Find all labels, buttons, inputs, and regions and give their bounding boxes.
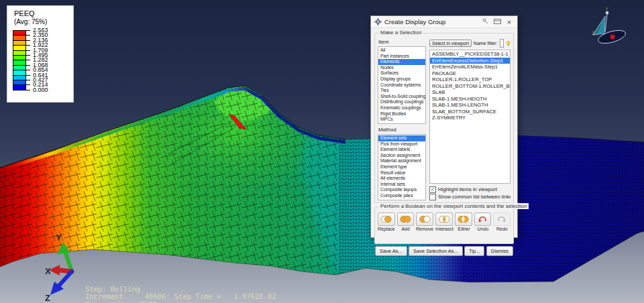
compass-free-rotate-handle[interactable]	[606, 11, 608, 14]
boolean-group-label: Perform a Boolean on the viewport conten…	[378, 203, 529, 209]
method-list-entry[interactable]: Section assignment	[378, 153, 425, 159]
y-axis-arrowhead	[57, 242, 70, 254]
method-list-entry[interactable]: Composite layups	[378, 187, 425, 193]
intersect-label: Intersect	[435, 227, 453, 231]
method-list-entry[interactable]: Pick from viewport	[378, 141, 425, 147]
method-list-entry[interactable]: Element type	[378, 164, 425, 170]
sets-listbox[interactable]: ASSEMBLY__PICKEDSET38-1-1ErrElemExcessDi…	[429, 50, 511, 184]
item-list-entry[interactable]: Elements	[378, 59, 425, 65]
intersect-button[interactable]	[435, 213, 453, 226]
set-list-entry[interactable]: ROLLER-1.ROLLER_TOP	[430, 76, 510, 83]
method-list-entry[interactable]: Composite plies	[378, 193, 425, 199]
legend-tick-mark	[13, 30, 30, 31]
close-icon[interactable]: ×	[504, 18, 514, 26]
tip-button[interactable]: Tip...	[464, 246, 484, 256]
legend-color-band	[13, 70, 26, 74]
legend-color-band	[13, 35, 26, 40]
undo-button[interactable]	[474, 213, 492, 226]
method-list-entry[interactable]: Internal sets	[378, 182, 425, 188]
compass-origin-dot	[610, 34, 614, 39]
method-list-entry[interactable]: Result value	[378, 170, 425, 176]
highlight-items-checkbox[interactable]: ✓	[429, 186, 436, 193]
set-list-entry[interactable]: ROLLER_BOTTOM-1.ROLLER_BOTTOM	[430, 83, 510, 90]
set-list-entry[interactable]: ASSEMBLY__PICKEDSET38-1-1	[430, 51, 510, 58]
legend-tick-mark	[13, 90, 30, 90]
method-list-entry[interactable]: Element labels	[378, 147, 425, 153]
y-axis-arrow	[65, 251, 72, 271]
item-list-entry[interactable]: Display groups	[378, 76, 425, 82]
legend-color-band	[13, 75, 26, 80]
legend-tick-mark	[13, 84, 30, 85]
x-axis-label: X	[45, 266, 51, 276]
legend-tick-mark	[13, 45, 30, 46]
add-label: Add	[397, 227, 414, 231]
remove-button[interactable]	[416, 213, 433, 226]
view-compass[interactable]: Y Z	[585, 4, 633, 46]
item-list-entry[interactable]: Surfaces	[378, 70, 425, 76]
method-list-entry[interactable]: All elements	[378, 176, 425, 182]
name-filter-input[interactable]	[500, 39, 504, 48]
save-as-button[interactable]: Save As...	[375, 246, 407, 256]
legend-tick-mark	[13, 35, 30, 36]
dialog-footer: Save As... Save Selection As... Tip... D…	[374, 244, 514, 256]
item-list-entry[interactable]: Part instances	[378, 54, 425, 60]
legend-scale: 2.5632.3502.1361.9221.7091.4951.2821.068…	[7, 30, 73, 95]
display-group-icon	[374, 18, 382, 25]
select-in-viewport-button[interactable]: Select in viewport	[429, 40, 472, 47]
set-list-entry[interactable]: SLAB_BOTTOM_SURFACE	[430, 109, 510, 115]
set-list-entry[interactable]: PACKAGE	[430, 70, 510, 77]
legend-color-band	[13, 45, 26, 50]
item-list-entry[interactable]: All	[378, 48, 425, 54]
set-list-entry[interactable]: SLAB-1.MESH-LENGTH	[430, 102, 510, 109]
legend-tick-mark	[13, 55, 30, 56]
replace-label: Replace	[378, 227, 395, 231]
item-list-entry[interactable]: MPCs	[378, 117, 425, 123]
item-list-entry[interactable]: Ties	[378, 88, 425, 94]
item-list-entry[interactable]: Shell-to-Solid couplings	[378, 94, 425, 100]
y-axis-label: Y	[56, 233, 62, 243]
item-list-entry[interactable]: Coordinate systems	[378, 82, 425, 88]
item-listbox[interactable]: AllPart instancesElementsNodesSurfacesDi…	[378, 46, 426, 124]
legend-tick-mark	[13, 70, 30, 70]
filter-tip-bulb-icon[interactable]	[506, 40, 511, 48]
item-label: Item	[378, 39, 426, 45]
pin-icon[interactable]	[480, 18, 490, 25]
replace-button[interactable]	[378, 213, 395, 226]
set-list-entry[interactable]: Z-SYMMETRY	[430, 115, 510, 121]
selection-column: Select in viewport Name filter: ASSEMBLY…	[429, 38, 511, 200]
set-list-entry[interactable]: SLAB-1.MESH-HEIGTH	[430, 96, 510, 103]
set-list-entry[interactable]: ErrElemExcessDistortion-Step1	[430, 58, 510, 64]
legend-tick-mark	[13, 40, 30, 41]
set-list-entry[interactable]: ErrElemZeroALEMass-Step1	[430, 64, 510, 70]
set-list-entry[interactable]: SLAB	[430, 89, 510, 96]
panel-icon[interactable]	[492, 19, 502, 25]
method-list-entry[interactable]: Element sets	[378, 135, 425, 141]
dismiss-button[interactable]: Dismiss	[486, 246, 513, 256]
save-selection-as-button[interactable]: Save Selection As...	[409, 246, 463, 256]
legend-color-band	[13, 30, 26, 35]
item-list-entry[interactable]: Nodes	[378, 65, 425, 71]
method-label: Method	[378, 127, 426, 133]
either-button[interactable]	[455, 213, 472, 226]
legend-color-band	[13, 40, 26, 45]
item-list-entry[interactable]: Kinematic couplings	[378, 105, 425, 111]
legend-tick-mark	[13, 60, 30, 60]
selection-group-label: Make a Selection	[378, 29, 423, 36]
redo-button[interactable]	[493, 213, 511, 226]
method-listbox[interactable]: Element setsPick from viewportElement la…	[378, 134, 426, 200]
boolean-button-labels: Replace Add Remove Intersect Either Undo…	[378, 227, 511, 231]
dialog-title-bar[interactable]: Create Display Group ×	[371, 16, 517, 28]
item-list-entry[interactable]: Rigid Bodies	[378, 111, 425, 117]
show-common-list-checkbox[interactable]	[429, 194, 436, 200]
show-common-list-label: Show common list between linked viewport…	[438, 194, 511, 200]
dialog-title: Create Display Group	[384, 18, 478, 25]
add-button[interactable]	[397, 213, 415, 226]
undo-label: Undo	[474, 227, 491, 231]
method-list-entry[interactable]: Material assignment	[378, 158, 425, 164]
legend-color-band	[13, 50, 26, 55]
boolean-group: Perform a Boolean on the viewport conten…	[374, 206, 514, 244]
z-axis-label: Z	[45, 293, 50, 303]
legend-color-band	[13, 80, 26, 84]
item-list-entry[interactable]: Distributing couplings	[378, 99, 425, 105]
create-display-group-dialog: Create Display Group × Make a Selection …	[370, 15, 518, 238]
